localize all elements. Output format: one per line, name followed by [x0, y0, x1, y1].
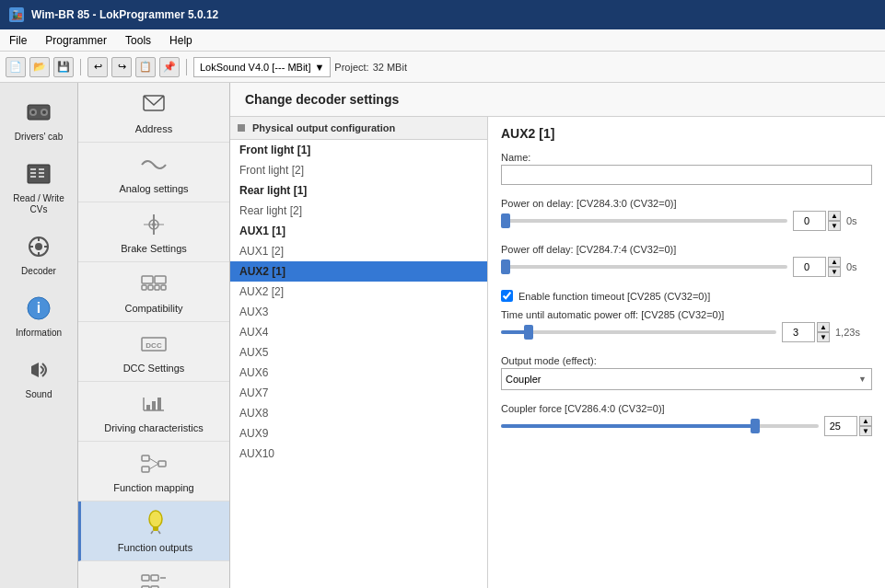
sidebar-item-information[interactable]: i Information — [2, 286, 76, 344]
svg-rect-39 — [142, 455, 149, 461]
information-icon: i — [22, 292, 55, 325]
sidebar-item-decoder[interactable]: Decoder — [2, 225, 76, 282]
auto-power-off-up-btn[interactable]: ▲ — [817, 322, 830, 332]
svg-point-44 — [149, 511, 162, 527]
dropdown-arrow-icon: ▼ — [314, 62, 324, 73]
nav-function-settings[interactable]: Function settings — [78, 561, 229, 588]
brake-settings-icon — [139, 210, 169, 239]
svg-rect-45 — [153, 526, 158, 531]
nav-brake-settings[interactable]: Brake Settings — [78, 202, 229, 262]
list-item[interactable]: Front light [1] — [230, 140, 487, 160]
decoder-dropdown-label: LokSound V4.0 [--- MBit] — [200, 62, 310, 73]
nav-dcc-settings[interactable]: DCC DCC Settings — [78, 322, 229, 382]
decoder-dropdown[interactable]: LokSound V4.0 [--- MBit] ▼ — [193, 57, 331, 77]
coupler-force-down-btn[interactable]: ▼ — [859, 426, 872, 436]
svg-rect-6 — [30, 168, 36, 170]
nav-analog-settings[interactable]: Analog settings — [78, 143, 229, 202]
list-item[interactable]: AUX6 — [230, 363, 487, 383]
power-off-down-btn[interactable]: ▼ — [828, 267, 841, 277]
section-title: Physical output configuration — [230, 117, 487, 140]
window-title: Wim-BR 85 - LokProgrammer 5.0.12 — [31, 8, 218, 21]
sidebar-item-drivers-cab[interactable]: Drivers' cab — [2, 90, 76, 148]
project-label: Project: — [334, 62, 368, 73]
sidebar-label-information: Information — [16, 328, 62, 339]
power-on-down-btn[interactable]: ▼ — [828, 221, 841, 231]
list-item[interactable]: AUX2 [2] — [230, 282, 487, 302]
auto-power-off-value[interactable] — [782, 322, 815, 342]
power-on-up-btn[interactable]: ▲ — [828, 211, 841, 221]
power-off-value[interactable] — [793, 257, 826, 277]
svg-rect-31 — [161, 285, 166, 290]
sidebar-item-sound[interactable]: Sound — [2, 348, 76, 406]
analog-settings-icon — [139, 150, 169, 179]
svg-rect-9 — [39, 168, 44, 170]
output-list[interactable]: Front light [1] Front light [2] Rear lig… — [230, 140, 487, 588]
list-item[interactable]: AUX1 [1] — [230, 221, 487, 241]
auto-power-off-label: Time until automatic power off: [CV285 (… — [501, 309, 872, 320]
nav-function-outputs[interactable]: Function outputs — [78, 502, 229, 561]
svg-rect-10 — [39, 172, 44, 174]
nav-address[interactable]: Address — [78, 83, 229, 143]
list-item[interactable]: AUX3 — [230, 302, 487, 322]
read-write-cvs-icon — [22, 157, 55, 190]
list-item[interactable]: Rear light [2] — [230, 201, 487, 221]
nav-label-compatibility: Compatibility — [125, 303, 183, 314]
nav-label-analog-settings: Analog settings — [119, 183, 188, 194]
sidebar-label-drivers-cab: Drivers' cab — [15, 132, 63, 143]
dcc-settings-icon: DCC — [139, 329, 169, 359]
power-on-value[interactable] — [793, 211, 826, 231]
name-input[interactable] — [501, 165, 872, 185]
enable-timeout-checkbox[interactable] — [501, 290, 513, 302]
coupler-force-value[interactable] — [824, 416, 857, 436]
list-item[interactable]: AUX4 — [230, 322, 487, 342]
address-icon — [139, 90, 169, 120]
menu-file[interactable]: File — [0, 29, 36, 51]
nav-function-mapping[interactable]: Function mapping — [78, 442, 229, 502]
menu-help[interactable]: Help — [160, 29, 202, 51]
auto-power-off-spinner-btns: ▲ ▼ — [817, 322, 830, 342]
output-mode-select[interactable]: Coupler Normal Flicker Blink Fade — [501, 368, 872, 390]
auto-power-off-slider-track[interactable] — [501, 330, 776, 334]
nav-driving-characteristics[interactable]: Driving characteristics — [78, 382, 229, 442]
list-item[interactable]: AUX9 — [230, 423, 487, 444]
list-item[interactable]: Rear light [1] — [230, 180, 487, 201]
auto-power-off-slider-row: ▲ ▼ 1,23s — [501, 322, 872, 342]
main-container: Drivers' cab Read / Write CVs — [0, 83, 885, 588]
sidebar-item-read-write-cvs[interactable]: Read / Write CVs — [2, 152, 76, 221]
nav-label-dcc-settings: DCC Settings — [123, 363, 185, 374]
list-item[interactable]: AUX7 — [230, 383, 487, 403]
sound-icon — [22, 353, 55, 386]
list-item-selected[interactable]: AUX2 [1] — [230, 261, 487, 282]
power-on-delay-label: Power on delay: [CV284.3:0 (CV32=0)] — [501, 198, 872, 209]
power-off-up-btn[interactable]: ▲ — [828, 257, 841, 267]
nav-label-address: Address — [135, 123, 172, 134]
toolbar-save[interactable]: 💾 — [53, 57, 74, 77]
auto-power-off-down-btn[interactable]: ▼ — [817, 332, 830, 342]
svg-rect-41 — [158, 461, 166, 467]
output-mode-row: Output mode (effect): Coupler Normal Fli… — [501, 355, 872, 390]
nav-compatibility[interactable]: Compatibility — [78, 262, 229, 322]
list-item[interactable]: AUX10 — [230, 444, 487, 464]
toolbar-copy[interactable]: 📋 — [135, 57, 156, 77]
toolbar-paste[interactable]: 📌 — [159, 57, 180, 77]
toolbar-open[interactable]: 📂 — [29, 57, 50, 77]
list-item[interactable]: Front light [2] — [230, 160, 487, 180]
toolbar-new[interactable]: 📄 — [6, 57, 26, 77]
coupler-force-slider-track[interactable] — [501, 424, 819, 428]
list-item[interactable]: AUX1 [2] — [230, 241, 487, 261]
content-area: Change decoder settings Physical output … — [230, 83, 885, 588]
toolbar-redo[interactable]: ↪ — [111, 57, 132, 77]
list-item[interactable]: AUX5 — [230, 342, 487, 363]
list-item[interactable]: AUX8 — [230, 403, 487, 423]
power-on-slider-track[interactable] — [501, 219, 787, 223]
toolbar-undo[interactable]: ↩ — [87, 57, 108, 77]
coupler-force-up-btn[interactable]: ▲ — [859, 416, 872, 426]
menu-tools[interactable]: Tools — [116, 29, 160, 51]
power-off-slider-track[interactable] — [501, 265, 787, 269]
function-mapping-icon — [139, 449, 169, 478]
menu-bar: File Programmer Tools Help — [0, 29, 885, 52]
menu-programmer[interactable]: Programmer — [36, 29, 116, 51]
title-bar: 🚂 Wim-BR 85 - LokProgrammer 5.0.12 — [0, 0, 885, 29]
svg-point-4 — [42, 110, 46, 114]
coupler-force-row: Coupler force [CV286.4:0 (CV32=0)] ▲ ▼ — [501, 403, 872, 436]
